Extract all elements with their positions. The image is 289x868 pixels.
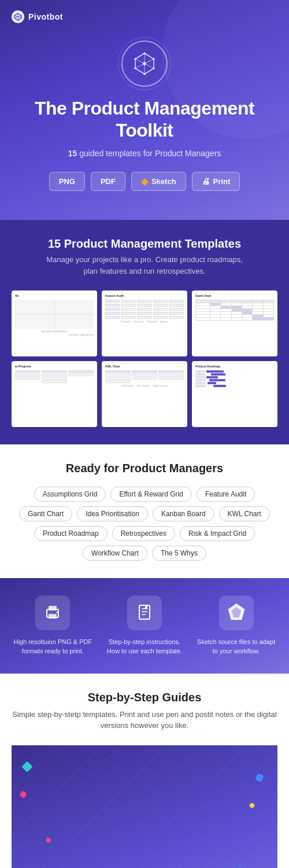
templates-title: 15 Product Management Templates [12,237,277,251]
template-card-kwl[interactable]: KWL Chart [102,361,187,427]
card-label-6: Product Roadmap [195,365,274,368]
logo-icon [12,10,24,23]
feature-print-icon [35,595,70,630]
svg-marker-4 [135,53,154,74]
tag-risk-impact[interactable]: Risk & Impact Grid [180,526,255,541]
badge-sketch[interactable]: ◆ Sketch [131,172,186,191]
ready-title: Ready for Product Managers [12,462,277,475]
svg-line-6 [135,59,154,68]
card-label-4: In Progress [15,365,94,368]
tag-workflow[interactable]: Workflow Chart [83,546,147,561]
svg-rect-17 [49,614,57,619]
hero-icon-wrap [12,41,277,87]
tag-retrospectives[interactable]: Retrospectives [112,526,175,541]
feature-sketch-icon-wrap [195,595,277,630]
hero-section: Pivotbot The Product Management Toolkit … [0,0,289,220]
feature-print: High resoltuion PNG & PDF formats ready … [12,595,94,656]
tag-gantt[interactable]: Gantt Chart [19,506,72,521]
card-label-3: Gantt Chart [195,294,274,297]
hero-subtitle: 15 guided templates for Product Managers [12,149,277,158]
tag-grid: Assumptions Grid Effort & Reward Grid Fe… [12,487,277,561]
badge-png[interactable]: PNG [49,172,85,191]
roadmap-preview [195,370,274,387]
svg-point-10 [153,58,155,60]
print-icon: 🖨 [202,176,210,186]
hero-badges: PNG PDF ◆ Sketch 🖨 Print [12,172,277,191]
brand-logo: Pivotbot [12,10,277,23]
steps-diagonal [12,745,277,868]
template-grid-row2: In Progress [12,361,277,427]
svg-point-13 [134,67,136,69]
feature-guide-icon-wrap [103,595,186,630]
template-card-4d[interactable]: 4d High Effort / High Reward Low Effort … [12,290,97,356]
hero-icon-circle [121,41,168,87]
template-card-gantt[interactable]: Gantt Chart [192,290,277,356]
gantt-table [195,300,274,321]
kanban-preview [15,370,94,383]
kwl-preview [105,370,184,383]
badge-pdf[interactable]: PDF [91,172,125,191]
sketch-icon: ◆ [141,176,148,187]
feature-sketch-icon [219,595,254,630]
card-lines-2: First people Some people Most people All… [105,300,184,323]
steps-subtitle: Simple step-by-stetp templates. Print an… [12,709,277,731]
card-grid-1 [15,300,94,329]
feature-guide: Step-by-step instructions. How to use ea… [103,595,186,656]
feature-print-text: High resoltuion PNG & PDF formats ready … [12,637,94,656]
ready-section: Ready for Product Managers Assumptions G… [0,444,289,578]
card-label-5: KWL Chart [105,365,184,368]
tag-assumptions[interactable]: Assumptions Grid [34,487,106,502]
tag-feature-audit[interactable]: Feature Audit [197,487,255,502]
templates-subtitle: Manage your projects like a pro. Create … [12,254,277,277]
feature-guide-icon [127,595,162,630]
svg-point-8 [143,62,146,65]
tag-kanban[interactable]: Kanban Board [153,506,214,521]
svg-rect-21 [142,611,147,612]
svg-rect-16 [49,606,57,610]
svg-point-9 [143,52,146,54]
card-label-2: Feature Audit [105,294,184,297]
template-card-feature-audit[interactable]: Feature Audit [102,290,187,356]
feature-sketch: Sketch source files to adapt to your wor… [195,595,277,656]
card-label-1: 4d [15,294,94,297]
svg-point-18 [57,611,58,613]
tag-roadmap[interactable]: Product Roadmap [34,526,108,541]
brand-name: Pivotbot [28,12,63,21]
features-grid: High resoltuion PNG & PDF formats ready … [12,595,277,656]
svg-point-12 [143,73,146,75]
steps-title: Step-by-Step Guides [12,691,277,704]
svg-point-14 [134,58,136,60]
template-card-roadmap[interactable]: Product Roadmap [192,361,277,427]
svg-line-7 [135,59,154,68]
template-card-kanban[interactable]: In Progress [12,361,97,427]
feature-print-icon-wrap [12,595,94,630]
steps-image: Feature A Feature B [12,745,277,868]
template-grid-row1: 4d High Effort / High Reward Low Effort … [12,290,277,356]
badge-print[interactable]: 🖨 Print [192,172,240,191]
svg-point-11 [153,67,155,69]
feature-guide-text: Step-by-step instructions. How to use ea… [103,637,186,656]
feature-sketch-text: Sketch source files to adapt to your wor… [195,637,277,656]
hero-title: The Product Management Toolkit [12,97,277,142]
svg-rect-22 [142,614,146,615]
templates-section: 15 Product Management Templates Manage y… [0,220,289,444]
features-section: High resoltuion PNG & PDF formats ready … [0,578,289,674]
steps-section: Step-by-Step Guides Simple step-by-stetp… [0,674,289,868]
tag-5whys[interactable]: The 5 Whys [152,546,206,561]
tag-idea-prioritisation[interactable]: Idea Prioritisation [77,506,148,521]
tag-effort-reward[interactable]: Effort & Reward Grid [110,487,191,502]
tag-kwl[interactable]: KWL Chart [219,506,270,521]
